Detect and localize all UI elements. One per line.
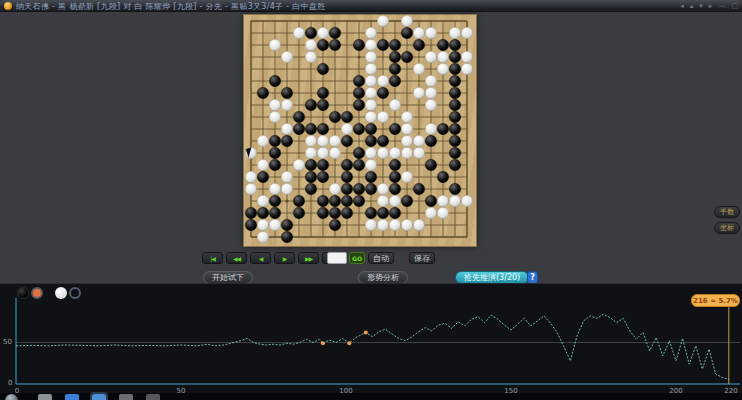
go-stone-white: [449, 27, 460, 38]
nav-right-icon[interactable]: ▸: [709, 1, 713, 11]
go-stone-black: [449, 99, 460, 110]
save-button[interactable]: 保存: [409, 252, 435, 264]
go-stone-black: [341, 171, 352, 182]
coordinates-toggle[interactable]: 坐标: [714, 222, 740, 234]
go-stone-black: [257, 87, 268, 98]
title-bar[interactable]: 纳天石佛 - 黑 杨鼎新 [九段] 对 白 陈耀烨 [九段] - 分先 - 黑贴…: [0, 0, 742, 12]
taskbar-icon-browser[interactable]: [65, 394, 79, 400]
go-stone-white: [365, 39, 376, 50]
go-stone-white: [305, 39, 316, 50]
go-stone-white: [365, 219, 376, 230]
go-stone-black: [245, 207, 256, 218]
go-stone-black: [449, 75, 460, 86]
go-stone-black: [281, 135, 292, 146]
go-stone-white: [425, 123, 436, 134]
go-stone-black: [401, 195, 412, 206]
go-stone-black: [341, 195, 352, 206]
go-stone-black: [437, 39, 448, 50]
start-button[interactable]: [5, 394, 18, 400]
go-stone-black: [281, 87, 292, 98]
go-stone-black: [353, 99, 364, 110]
go-stone-black: [329, 27, 340, 38]
winrate-chart[interactable]: [0, 284, 742, 394]
taskbar-icon-circle[interactable]: [38, 394, 52, 400]
go-button[interactable]: GO: [349, 252, 365, 264]
go-stone-white: [365, 87, 376, 98]
auto-play-button[interactable]: 自动: [368, 252, 394, 264]
taskbar-icon-active-window[interactable]: [92, 394, 106, 400]
go-stone-black: [353, 123, 364, 134]
go-stone-black: [389, 63, 400, 74]
winrate-graph-panel[interactable]: 50 0 0 50 100 150 200 220 216 = 5.7%: [0, 283, 742, 393]
go-stone-black: [269, 159, 280, 170]
forward-button[interactable]: ▶: [274, 252, 295, 264]
go-stone-white: [245, 183, 256, 194]
nav-left-icon[interactable]: ◂: [680, 1, 684, 11]
go-stone-black: [449, 159, 460, 170]
go-stone-black: [389, 39, 400, 50]
go-stone-white: [293, 27, 304, 38]
go-stone-black: [449, 183, 460, 194]
go-stone-black: [353, 39, 364, 50]
move-number-input[interactable]: [327, 252, 347, 264]
go-stone-black: [305, 99, 316, 110]
go-stone-white: [377, 195, 388, 206]
marked-move-dot: [347, 341, 351, 345]
go-stone-white: [413, 87, 424, 98]
go-stone-black: [269, 135, 280, 146]
go-stone-black: [449, 87, 460, 98]
go-board[interactable]: [243, 14, 477, 247]
go-stone-white: [449, 195, 460, 206]
go-stone-white: [425, 99, 436, 110]
go-stone-black: [449, 147, 460, 158]
go-stone-black: [449, 135, 460, 146]
go-stone-black: [341, 159, 352, 170]
back-button[interactable]: ◀: [250, 252, 271, 264]
go-stone-black: [353, 147, 364, 158]
go-stone-black: [329, 195, 340, 206]
go-stone-black: [413, 183, 424, 194]
go-stone-black: [365, 207, 376, 218]
go-stone-white: [281, 123, 292, 134]
go-stone-white: [425, 207, 436, 218]
taskbar-icon-app1[interactable]: [119, 394, 133, 400]
go-stone-black: [401, 27, 412, 38]
maximize-icon[interactable]: ▢: [731, 1, 738, 11]
go-stone-white: [257, 135, 268, 146]
y-axis-label-0: 0: [8, 379, 12, 387]
go-stone-black: [377, 39, 388, 50]
go-stone-black: [329, 207, 340, 218]
go-stone-white: [377, 183, 388, 194]
forward-10-button[interactable]: ▶▶: [298, 252, 319, 264]
go-stone-white: [317, 135, 328, 146]
go-stone-white: [377, 111, 388, 122]
go-stone-black: [377, 87, 388, 98]
go-stone-black: [317, 99, 328, 110]
minimize-icon[interactable]: —: [718, 1, 725, 11]
go-stone-white: [365, 51, 376, 62]
go-stone-white: [305, 147, 316, 158]
back-10-button[interactable]: ◀◀: [226, 252, 247, 264]
go-stone-white: [341, 123, 352, 134]
marked-move-dot: [321, 341, 325, 345]
go-stone-black: [389, 159, 400, 170]
taskbar-icon-app2[interactable]: [146, 394, 160, 400]
go-stone-white: [377, 15, 388, 26]
first-move-button[interactable]: |◀: [202, 252, 223, 264]
app-icon: [4, 2, 12, 10]
app-window: 纳天石佛 - 黑 杨鼎新 [九段] 对 白 陈耀烨 [九段] - 分先 - 黑贴…: [0, 0, 742, 400]
go-stone-white: [401, 219, 412, 230]
nav-up-icon[interactable]: ▴: [690, 1, 694, 11]
go-stone-white: [365, 75, 376, 86]
go-stone-white: [377, 75, 388, 86]
go-stone-black: [269, 147, 280, 158]
taskbar[interactable]: [0, 393, 742, 400]
move-numbers-toggle[interactable]: 手数: [714, 206, 740, 218]
go-stone-black: [413, 39, 424, 50]
go-stone-black: [389, 75, 400, 86]
go-stone-white: [401, 147, 412, 158]
nav-down-icon[interactable]: ▾: [699, 1, 703, 11]
go-stone-black: [341, 111, 352, 122]
y-axis-label-50: 50: [3, 338, 12, 346]
go-stone-white: [401, 123, 412, 134]
